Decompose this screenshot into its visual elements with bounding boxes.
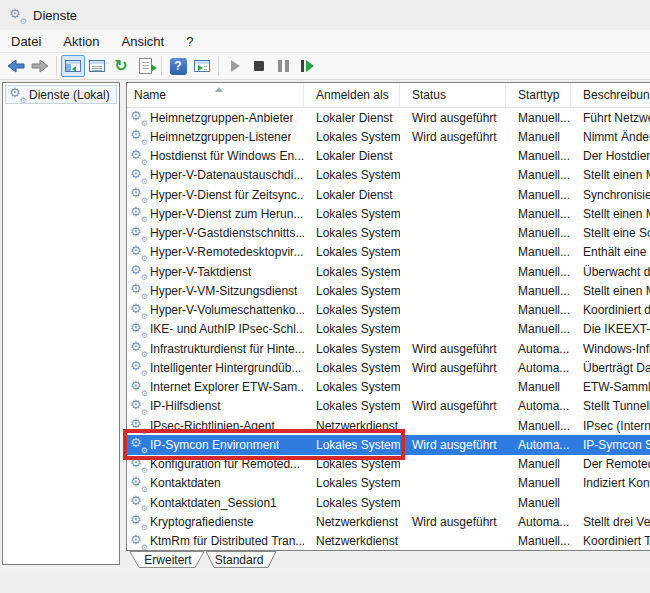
table-row[interactable]: ⚙⚙Hyper-V-TaktdienstLokales SystemManuel… [127,262,650,281]
table-row[interactable]: ⚙⚙Heimnetzgruppen-ListenerLokales System… [127,127,650,146]
service-gear-icon: ⚙⚙ [131,418,146,433]
service-status-cell: Wird ausgeführt [400,358,506,377]
service-status-cell [400,474,506,493]
start-service-icon[interactable] [223,54,247,78]
service-description-cell: Der Remoted... [571,455,650,474]
menu-aktion[interactable]: Aktion [52,31,110,52]
service-startup-cell: Manuell [506,127,571,146]
table-row[interactable]: ⚙⚙Hyper-V-Datenaustauschdi...Lokales Sys… [127,166,650,185]
service-name-cell: ⚙⚙Hyper-V-Gastdienstschnitts... [127,224,304,243]
service-status-cell: Wird ausgeführt [400,108,506,127]
column-header-starttyp[interactable]: Starttyp [506,83,571,107]
service-name-cell: ⚙⚙Intelligenter Hintergrundüb... [127,358,304,377]
service-gear-icon: ⚙⚙ [131,437,146,452]
service-startup-cell: Manuell... [506,147,571,166]
column-header-name[interactable]: Name [127,83,304,107]
service-logon-cell: Lokaler Dienst [304,108,400,127]
table-row[interactable]: ⚙⚙Infrastrukturdienst für Hinte...Lokale… [127,339,650,358]
menu-ansicht[interactable]: Ansicht [111,31,176,52]
table-row[interactable]: ⚙⚙Hyper-V-Dienst für Zeitsync...Lokaler … [127,185,650,204]
service-description-cell: Die IKEEXT-Di... [571,320,650,339]
sidebar-item-label: Dienste (Lokal) [29,88,110,102]
service-name: IKE- und AuthIP IPsec-Schl... [150,322,304,336]
service-logon-cell: Lokales System [304,435,400,454]
service-description-cell: Windows-Infr... [571,339,650,358]
service-name-cell: ⚙⚙Hyper-V-Volumeschattenko... [127,301,304,320]
back-arrow-icon[interactable] [4,54,28,78]
service-name: Hyper-V-Remotedesktopvir... [150,245,303,259]
export-list-icon[interactable] [133,54,157,78]
sidebar-item-dienste-lokal[interactable]: ⚙⚙ Dienste (Lokal) [5,85,117,104]
help-icon[interactable]: ? [166,54,190,78]
service-name: Hyper-V-Dienst für Zeitsync... [150,188,304,202]
service-name-cell: ⚙⚙Internet Explorer ETW-Sam... [127,378,304,397]
table-row[interactable]: ⚙⚙Hyper-V-VM-SitzungsdienstLokales Syste… [127,281,650,300]
menu-datei[interactable]: Datei [0,31,52,52]
service-description-cell: Stellt einen M... [571,166,650,185]
column-header-anmelden-als[interactable]: Anmelden als [304,83,400,107]
service-gear-icon: ⚙⚙ [131,283,146,298]
service-description-cell: ETW-Sammlu... [571,378,650,397]
column-header-beschreibung[interactable]: Beschreibung [571,83,650,107]
tab-erweitert[interactable]: Erweitert [132,553,204,567]
table-row[interactable]: ⚙⚙KryptografiediensteNetzwerkdienstWird … [127,512,650,531]
service-description-cell: Stellt drei Ver... [571,512,650,531]
table-row[interactable]: ⚙⚙IP-Symcon EnvironmentLokales SystemWir… [127,435,650,454]
service-startup-cell: Manuell... [506,262,571,281]
table-row[interactable]: ⚙⚙Hyper-V-Volumeschattenko...Lokales Sys… [127,301,650,320]
table-row[interactable]: ⚙⚙Intelligenter Hintergrundüb...Lokales … [127,358,650,377]
list-header: Name Anmelden als Status Starttyp Beschr… [127,83,650,108]
table-row[interactable]: ⚙⚙Heimnetzgruppen-AnbieterLokaler Dienst… [127,108,650,127]
service-name-cell: ⚙⚙Hyper-V-Datenaustauschdi... [127,166,304,185]
service-name-cell: ⚙⚙Hyper-V-Taktdienst [127,262,304,281]
service-gear-icon: ⚙⚙ [131,380,146,395]
column-header-status[interactable]: Status [400,83,506,107]
properties-window-icon[interactable] [85,54,109,78]
service-gear-icon: ⚙⚙ [131,110,146,125]
menu-hilfe[interactable]: ? [175,31,204,52]
refresh-icon[interactable]: ↻ [109,54,133,78]
table-row[interactable]: ⚙⚙IPsec-Richtlinien-AgentNetzwerkdienstM… [127,416,650,435]
toolbar: ↻ ? [0,53,650,80]
toolbar-separator [56,56,57,76]
service-logon-cell: Lokales System [304,397,400,416]
service-description-cell: Synchronisier... [571,185,650,204]
service-description-cell: Stellt einen M... [571,281,650,300]
service-name: Hostdienst für Windows En... [150,149,304,163]
tab-standard[interactable]: Standard [206,553,272,567]
service-name: IP-Symcon Environment [150,438,279,452]
service-name: Hyper-V-Dienst zum Herun... [150,207,303,221]
service-gear-icon: ⚙⚙ [131,245,146,260]
stop-service-icon[interactable] [247,54,271,78]
service-logon-cell: Lokales System [304,224,400,243]
pause-service-icon[interactable] [271,54,295,78]
forward-arrow-icon[interactable] [28,54,52,78]
service-startup-cell: Manuell [506,474,571,493]
table-row[interactable]: ⚙⚙IKE- und AuthIP IPsec-Schl...Lokales S… [127,320,650,339]
table-row[interactable]: ⚙⚙IP-HilfsdienstLokales SystemWird ausge… [127,397,650,416]
service-name: Hyper-V-Taktdienst [150,265,251,279]
table-row[interactable]: ⚙⚙Konfiguration für Remoted...Lokales Sy… [127,455,650,474]
service-logon-cell: Lokales System [304,493,400,512]
table-row[interactable]: ⚙⚙Hyper-V-Gastdienstschnitts...Lokales S… [127,224,650,243]
table-row[interactable]: ⚙⚙Hyper-V-Dienst zum Herun...Lokales Sys… [127,204,650,223]
service-name-cell: ⚙⚙Hostdienst für Windows En... [127,147,304,166]
table-row[interactable]: ⚙⚙KtmRm für Distributed Tran...Netzwerkd… [127,532,650,551]
service-status-cell [400,243,506,262]
service-startup-cell: Automa... [506,339,571,358]
toolbar-separator [161,56,162,76]
table-row[interactable]: ⚙⚙Hostdienst für Windows En...Lokaler Di… [127,147,650,166]
restart-service-icon[interactable] [295,54,319,78]
service-startup-cell: Automa... [506,397,571,416]
show-console-tree-icon[interactable] [61,55,85,77]
services-list-panel: Name Anmelden als Status Starttyp Beschr… [126,82,650,551]
service-name-cell: ⚙⚙Kontaktdaten [127,474,304,493]
service-logon-cell: Lokales System [304,378,400,397]
table-row[interactable]: ⚙⚙Kontaktdaten_Session1Lokales SystemMan… [127,493,650,512]
service-name: Konfiguration für Remoted... [150,457,300,471]
table-row[interactable]: ⚙⚙Hyper-V-Remotedesktopvir...Lokales Sys… [127,243,650,262]
table-row[interactable]: ⚙⚙Internet Explorer ETW-Sam...Lokales Sy… [127,378,650,397]
show-window-icon[interactable] [190,54,214,78]
table-row[interactable]: ⚙⚙KontaktdatenLokales SystemManuellIndiz… [127,474,650,493]
service-status-cell [400,416,506,435]
